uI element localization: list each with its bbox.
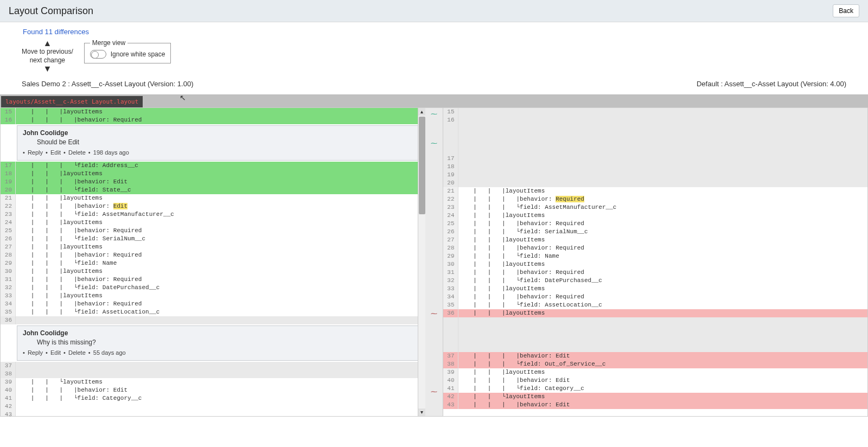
code-line[interactable]: 34 | | | |behavior: Required <box>443 293 868 301</box>
next-change-arrow[interactable]: ▼ <box>43 65 52 73</box>
code-text: | | |layoutItems <box>18 219 425 227</box>
tabstrip: layouts/Assett__c-Asset Layout.layout <box>0 94 868 107</box>
code-text: | | | |behavior: Required <box>461 195 868 203</box>
comment-time: 198 days ago <box>93 149 129 156</box>
line-number: 15 <box>443 108 458 116</box>
code-line[interactable]: 29 | | | └field: Name <box>1 259 425 267</box>
code-line[interactable]: 41 | | | └field: Category__c <box>1 394 425 403</box>
code-line[interactable]: 25 | | | |behavior: Required <box>443 220 868 228</box>
code-line[interactable]: 29 | | | └field: Name <box>443 252 868 260</box>
code-line[interactable]: 28 | | | |behavior: Required <box>1 251 425 259</box>
code-line[interactable]: 19 | | | |behavior: Edit <box>1 178 425 186</box>
line-number: 24 <box>1 219 16 227</box>
code-line[interactable]: 43 <box>1 411 425 417</box>
line-number: 22 <box>443 195 458 203</box>
code-line[interactable]: 37 | | | |behavior: Edit <box>443 352 868 360</box>
comment-box: John Coolidge Should be Edit • Reply • E… <box>17 125 422 161</box>
scroll-down-arrow[interactable]: ▾ <box>418 408 425 416</box>
code-line[interactable]: 17 | | | └field: Address__c <box>1 162 425 170</box>
left-version-label: Sales Demo 2 : Assett__c-Asset Layout (V… <box>22 80 194 88</box>
code-line[interactable]: 40 | | | |behavior: Edit <box>1 386 425 394</box>
scroll-up-arrow[interactable]: ▴ <box>418 108 425 116</box>
code-line[interactable]: 31 | | | |behavior: Required <box>1 276 425 284</box>
code-line[interactable]: 15 <box>443 108 868 116</box>
code-line[interactable]: 20 <box>443 179 868 187</box>
line-number: 43 <box>1 411 16 417</box>
line-number: 23 <box>1 210 16 219</box>
delete-link[interactable]: Delete <box>68 349 86 356</box>
line-number: 17 <box>1 162 16 170</box>
code-line[interactable]: 27 | | |layoutItems <box>443 236 868 244</box>
code-line[interactable]: 26 | | | └field: SerialNum__c <box>1 235 425 243</box>
code-line[interactable]: 15 | | |layoutItems <box>1 108 425 116</box>
code-line[interactable]: 33 | | |layoutItems <box>443 285 868 293</box>
code-line[interactable]: 34 | | | |behavior: Required <box>1 300 425 308</box>
ignore-whitespace-toggle[interactable] <box>90 50 106 59</box>
code-line[interactable]: 36 | | |layoutItems <box>443 309 868 317</box>
code-line[interactable]: 26 | | | └field: SerialNum__c <box>443 228 868 236</box>
code-line[interactable]: 21 | | |layoutItems <box>443 187 868 195</box>
code-text: | | | |behavior: Required <box>18 116 425 124</box>
code-line[interactable]: 27 | | |layoutItems <box>1 243 425 251</box>
edit-link[interactable]: Edit <box>50 349 61 356</box>
code-line[interactable]: 17 <box>443 155 868 163</box>
code-line[interactable]: 31 | | | |behavior: Required <box>443 269 868 277</box>
code-line[interactable]: 41 | | | └field: Category__c <box>443 385 868 393</box>
code-line[interactable]: 25 | | | |behavior: Required <box>1 227 425 235</box>
code-line[interactable]: 18 | | |layoutItems <box>1 170 425 178</box>
line-number: 19 <box>1 178 16 186</box>
line-number: 19 <box>443 171 458 179</box>
code-line[interactable]: 39 | | |layoutItems <box>443 368 868 376</box>
code-line[interactable]: 35 | | | └field: AssetLocation__c <box>1 308 425 316</box>
code-line[interactable]: 33 | | |layoutItems <box>1 292 425 300</box>
code-line[interactable]: 36 <box>1 316 425 324</box>
line-number: 38 <box>443 360 458 368</box>
code-line[interactable]: 40 | | | |behavior: Edit <box>443 376 868 385</box>
line-number: 31 <box>1 276 16 284</box>
code-text: | | | |behavior: Required <box>18 276 425 284</box>
delete-link[interactable]: Delete <box>68 149 86 156</box>
code-line[interactable]: 22 | | | |behavior: Required <box>443 195 868 203</box>
code-text: | | |layoutItems <box>18 170 425 178</box>
scroll-thumb[interactable] <box>419 117 425 214</box>
code-line[interactable]: 23 | | | └field: AssetManufacturer__c <box>1 210 425 219</box>
code-line[interactable]: 35 | | | └field: AssetLocation__c <box>443 301 868 309</box>
code-line[interactable]: 30 | | |layoutItems <box>1 267 425 276</box>
code-line[interactable]: 28 | | | |behavior: Required <box>443 244 868 252</box>
code-text <box>461 108 868 116</box>
code-line[interactable]: 16 <box>443 116 868 124</box>
code-line[interactable]: 18 <box>443 163 868 171</box>
code-line[interactable]: 20 | | | └field: State__c <box>1 186 425 194</box>
file-tab[interactable]: layouts/Assett__c-Asset Layout.layout <box>1 96 143 107</box>
code-line[interactable]: 38 | | | └field: Out_of_Service__c <box>443 360 868 368</box>
code-line[interactable]: 30 | | |layoutItems <box>443 260 868 269</box>
code-text: | | | |behavior: Required <box>461 293 868 301</box>
line-number: 27 <box>443 236 458 244</box>
code-line[interactable]: 39 | | └layoutItems <box>1 378 425 386</box>
code-text: | | |layoutItems <box>18 267 425 276</box>
line-number: 42 <box>443 393 458 401</box>
reply-link[interactable]: Reply <box>28 149 43 156</box>
code-line[interactable]: 38 <box>1 370 425 378</box>
code-line[interactable]: 23 | | | └field: AssetManufacturer__c <box>443 203 868 212</box>
code-line[interactable]: 37 <box>1 362 425 370</box>
reply-link[interactable]: Reply <box>28 349 43 356</box>
left-scrollbar[interactable]: ▴ ▾ <box>418 108 425 416</box>
code-line[interactable]: 22 | | | |behavior: Edit <box>1 202 425 210</box>
left-diff-pane[interactable]: 15 | | |layoutItems 16 | | | |behavior: … <box>0 107 425 417</box>
code-line[interactable]: 32 | | | └field: DatePurchased__c <box>1 284 425 292</box>
code-line[interactable]: 32 | | | └field: DatePurchased__c <box>443 277 868 285</box>
code-line[interactable]: 24 | | |layoutItems <box>1 219 425 227</box>
code-line[interactable]: 24 | | |layoutItems <box>443 212 868 220</box>
prev-change-arrow[interactable]: ▲ <box>43 39 52 48</box>
code-line[interactable]: 43 | | | |behavior: Edit <box>443 401 868 409</box>
code-line[interactable]: 21 | | |layoutItems <box>1 194 425 202</box>
code-line[interactable]: 42 | | └layoutItems <box>443 393 868 401</box>
code-line[interactable]: 16 | | | |behavior: Required <box>1 116 425 124</box>
code-line[interactable]: 19 <box>443 171 868 179</box>
code-text: | | | |behavior: Required <box>18 251 425 259</box>
back-button[interactable]: Back <box>833 4 859 17</box>
right-diff-pane[interactable]: 15 16 17 18 19 20 21 | | |layoutItems 22 <box>443 107 869 417</box>
edit-link[interactable]: Edit <box>50 149 61 156</box>
code-line[interactable]: 42 <box>1 403 425 411</box>
